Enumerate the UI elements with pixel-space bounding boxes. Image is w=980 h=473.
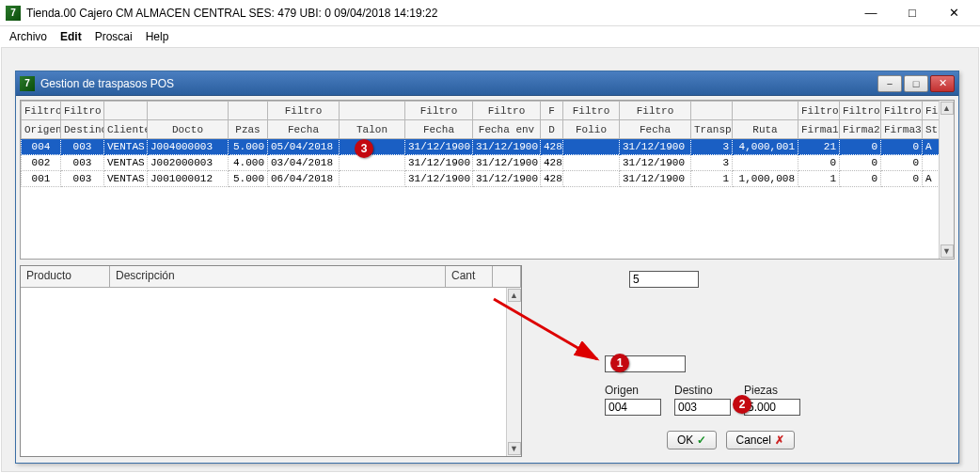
col-cant[interactable]: Cant xyxy=(446,266,493,287)
cell-ruta: 4,000,001 xyxy=(733,139,798,155)
cell-fecha3: 31/12/1900 xyxy=(620,171,691,187)
scroll-down-icon[interactable]: ▼ xyxy=(508,442,521,455)
cell-folio xyxy=(563,171,620,187)
cell-origen: 002 xyxy=(22,155,61,171)
col-pzas[interactable]: Pzas xyxy=(229,120,268,139)
mdi-area: 7 Gestion de traspasos POS − □ ✕ xyxy=(1,47,979,472)
cell-folio xyxy=(563,139,620,155)
badge-2: 2 xyxy=(733,395,751,414)
cell-firma1: 0 xyxy=(798,155,840,171)
cell-cliente: VENTAS xyxy=(104,171,148,187)
cell-transp: 3 xyxy=(691,139,733,155)
cell-origen: 001 xyxy=(22,171,61,187)
grid-table[interactable]: Filtro Filtro Filtro Filtro Filtro F Fil… xyxy=(21,101,955,187)
col-fecha2[interactable]: Fecha xyxy=(405,120,473,139)
cell-fecha: 03/04/2018 xyxy=(268,155,340,171)
cell-d: 428 xyxy=(541,155,563,171)
cell-destino: 003 xyxy=(61,155,104,171)
cell-ruta: 1,000,008 xyxy=(733,171,798,187)
col-transp[interactable]: Transp xyxy=(691,120,733,139)
filter-firma3[interactable]: Filtro xyxy=(881,102,923,120)
badge-3: 3 xyxy=(355,139,373,158)
cell-fecha_env: 31/12/1900 xyxy=(473,139,541,155)
main-titlebar: 7 Tienda.00 Cajero CM ALMACEN CENTRAL SE… xyxy=(0,0,980,26)
col-destino[interactable]: Destino xyxy=(61,120,104,139)
menu-edit[interactable]: Edit xyxy=(60,30,82,43)
destino-label: Destino xyxy=(674,384,713,397)
col-firma3[interactable]: Firma3 xyxy=(881,120,923,139)
grid-scrollbar[interactable]: ▲ ▼ xyxy=(939,101,954,259)
cell-origen: 004 xyxy=(22,139,61,155)
col-origen[interactable]: Origen xyxy=(22,120,61,139)
menubar: Archivo Edit Proscai Help xyxy=(0,26,980,47)
col-fecha3[interactable]: Fecha xyxy=(620,120,691,139)
piezas-label: Piezas xyxy=(744,384,778,397)
child-close-button[interactable]: ✕ xyxy=(930,75,955,92)
col-producto[interactable]: Producto xyxy=(21,266,110,287)
child-titlebar: 7 Gestion de traspasos POS − □ ✕ xyxy=(16,71,958,96)
col-ruta[interactable]: Ruta xyxy=(733,120,798,139)
cell-firma1: 21 xyxy=(798,139,840,155)
child-app-icon: 7 xyxy=(20,76,35,91)
filter-d[interactable]: F xyxy=(541,102,563,120)
col-fecha[interactable]: Fecha xyxy=(268,120,340,139)
count-input[interactable] xyxy=(629,271,699,288)
filter-firma1[interactable]: Filtro xyxy=(798,102,840,120)
filter-firma2[interactable]: Filtro xyxy=(840,102,881,120)
cell-fecha3: 31/12/1900 xyxy=(620,139,691,155)
close-button[interactable]: ✕ xyxy=(933,2,974,24)
filter-folio[interactable]: Filtro xyxy=(563,102,620,120)
scroll-up-icon[interactable]: ▲ xyxy=(940,102,954,115)
child-maximize-button[interactable]: □ xyxy=(904,75,928,92)
destino-input[interactable] xyxy=(674,399,731,416)
detail-body[interactable] xyxy=(21,288,506,456)
col-firma1[interactable]: Firma1 xyxy=(798,120,840,139)
detail-scrollbar[interactable]: ▲ ▼ xyxy=(506,288,521,456)
cell-pzas: 5.000 xyxy=(229,171,268,187)
table-row[interactable]: 004003VENTASJ0040000035.00005/04/201831/… xyxy=(22,139,956,155)
badge-1: 1 xyxy=(610,354,629,372)
col-descripcion[interactable]: Descripción xyxy=(110,266,446,287)
col-docto[interactable]: Docto xyxy=(148,120,229,139)
maximize-button[interactable]: □ xyxy=(892,2,933,24)
filter-fecha3[interactable]: Filtro xyxy=(620,102,691,120)
filter-fecha2[interactable]: Filtro xyxy=(405,102,473,120)
col-folio[interactable]: Folio xyxy=(563,120,620,139)
scroll-up-icon[interactable]: ▲ xyxy=(508,289,521,302)
cell-folio xyxy=(563,155,620,171)
menu-archivo[interactable]: Archivo xyxy=(9,30,47,43)
col-extra[interactable] xyxy=(493,266,521,287)
cell-fecha2: 31/12/1900 xyxy=(405,155,473,171)
filter-fecha[interactable]: Filtro xyxy=(268,102,340,120)
table-row[interactable]: 001003VENTASJ0010000125.00006/04/201831/… xyxy=(22,171,956,187)
cell-firma2: 0 xyxy=(840,171,881,187)
cell-docto: J004000003 xyxy=(148,139,229,155)
cell-firma2: 0 xyxy=(840,139,881,155)
filter-origen[interactable]: Filtro xyxy=(22,102,61,120)
cell-talon xyxy=(340,171,405,187)
col-fechaenv[interactable]: Fecha env xyxy=(473,120,541,139)
piezas-input[interactable] xyxy=(744,399,800,416)
scroll-down-icon[interactable]: ▼ xyxy=(940,244,954,258)
cross-icon: ✗ xyxy=(775,434,784,447)
col-cliente[interactable]: Cliente xyxy=(104,120,148,139)
child-minimize-button[interactable]: − xyxy=(877,75,902,92)
cell-destino: 003 xyxy=(61,139,104,155)
menu-help[interactable]: Help xyxy=(146,30,169,43)
filter-destino[interactable]: Filtro xyxy=(61,102,104,120)
cell-cliente: VENTAS xyxy=(104,155,148,171)
minimize-button[interactable]: ― xyxy=(850,2,892,24)
cell-fecha: 05/04/2018 xyxy=(268,139,340,155)
col-firma2[interactable]: Firma2 xyxy=(840,120,881,139)
menu-proscai[interactable]: Proscai xyxy=(95,30,133,43)
child-window: 7 Gestion de traspasos POS − □ ✕ xyxy=(15,71,959,464)
ok-label: OK xyxy=(677,434,693,447)
ok-button[interactable]: OK ✓ xyxy=(667,431,717,449)
cancel-button[interactable]: Cancel ✗ xyxy=(726,431,795,449)
col-talon[interactable]: Talon xyxy=(340,120,405,139)
origen-input[interactable] xyxy=(605,399,661,416)
cell-d: 428 xyxy=(541,139,563,155)
table-row[interactable]: 002003VENTASJ0020000034.00003/04/201831/… xyxy=(22,155,956,171)
filter-fechaenv[interactable]: Filtro xyxy=(473,102,541,120)
col-d[interactable]: D xyxy=(541,120,563,139)
